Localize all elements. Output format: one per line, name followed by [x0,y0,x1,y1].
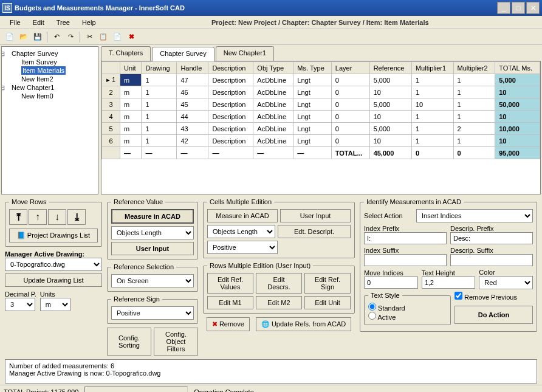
table-cell[interactable]: 0 [331,111,369,123]
table-cell[interactable]: 1 [453,86,495,98]
table-cell[interactable]: 1 [411,86,453,98]
remove-button[interactable]: ✖ Remove [207,317,250,331]
column-header[interactable]: TOTAL Ms. [495,62,540,74]
redo-icon[interactable]: ↷ [64,31,77,43]
table-cell[interactable]: AcDbLine [253,74,293,86]
table-cell[interactable]: Description [208,123,253,135]
config-sorting-button[interactable]: Config. Sorting [107,328,151,356]
select-action-select[interactable]: Insert Indices [416,209,533,222]
cells-objlen-select[interactable]: Objects Length [207,225,275,238]
column-header[interactable]: Multiplier2 [453,62,495,74]
column-header[interactable]: Obj Type [253,62,293,74]
table-cell[interactable]: 1 [411,74,453,86]
table-cell[interactable]: m [120,111,142,123]
table-cell[interactable]: 2 [453,123,495,135]
table-cell[interactable]: 0 [331,98,369,111]
edit-m2-button[interactable]: Edit M2 [256,296,302,309]
cells-measure-button[interactable]: Measure in ACAD [207,209,278,222]
table-row[interactable]: 4m144DescriptionAcDbLineLngt0101110 [102,111,540,123]
data-grid[interactable]: UnitDrawingHandleDescriptionObj TypeMs. … [101,61,541,194]
manager-active-select[interactable]: 0-Topografico.dwg [5,258,102,271]
maximize-button[interactable]: □ [512,2,525,14]
table-cell[interactable]: 1 [453,98,495,111]
table-cell[interactable]: 0 [331,86,369,98]
table-cell[interactable]: Lngt [293,86,331,98]
ref-selection-select[interactable]: On Screen [111,274,194,287]
menu-tree[interactable]: Tree [50,18,76,27]
cells-sign-select[interactable]: Positive [207,241,278,254]
tab-chapters[interactable]: T. Chapters [101,46,151,61]
move-top-button[interactable]: ⤒ [9,209,27,225]
table-cell[interactable]: Description [208,86,253,98]
table-cell[interactable]: 1 [142,111,177,123]
copy-icon[interactable]: 📋 [97,31,109,43]
save-icon[interactable]: 💾 [32,31,44,43]
edit-descrs-button[interactable]: Edit Descrs. [256,273,302,294]
menu-file[interactable]: File [4,18,27,27]
table-cell[interactable]: Lngt [293,111,331,123]
close-button[interactable]: ✕ [526,2,540,14]
edit-m1-button[interactable]: Edit M1 [207,296,253,309]
table-cell[interactable]: 10 [495,111,540,123]
user-input-button[interactable]: User Input [111,242,194,255]
tree-node[interactable]: New Item0 [12,92,95,100]
index-prefix-input[interactable] [364,232,447,244]
table-cell[interactable]: 5 [102,123,120,135]
table-cell[interactable]: ▸ 1 [102,74,120,86]
tree-node[interactable]: Item Materials [12,66,95,75]
remove-previous-check[interactable]: Remove Previous [455,294,517,301]
index-suffix-input[interactable] [364,254,447,266]
measure-acad-button[interactable]: Measure in ACAD [111,209,194,224]
edit-unit-button[interactable]: Edit Unit [304,296,351,309]
delete-icon[interactable]: ✖ [125,31,137,43]
table-cell[interactable]: 43 [177,123,208,135]
table-cell[interactable]: Description [208,135,253,147]
table-cell[interactable]: m [120,86,142,98]
decimal-select[interactable]: 3 [5,298,35,311]
move-bottom-button[interactable]: ⤓ [67,209,86,225]
table-cell[interactable]: 46 [177,86,208,98]
table-cell[interactable]: 47 [177,74,208,86]
table-cell[interactable]: 10 [495,86,540,98]
edit-ref-values-button[interactable]: Edit Ref. Values [207,273,253,294]
table-cell[interactable]: 1 [142,135,177,147]
do-action-button[interactable]: Do Action [455,306,533,324]
table-row[interactable]: ▸ 1m147DescriptionAcDbLineLngt05,000115,… [102,74,540,86]
config-filters-button[interactable]: Config. Object Filters [154,328,198,356]
column-header[interactable]: Drawing [142,62,177,74]
column-header[interactable]: Handle [177,62,208,74]
table-cell[interactable]: Description [208,98,253,111]
desc-suffix-input[interactable] [450,254,533,266]
column-header[interactable]: Layer [331,62,369,74]
table-cell[interactable]: 2 [102,86,120,98]
move-indices-input[interactable] [364,277,418,289]
table-cell[interactable]: Lngt [293,74,331,86]
new-icon[interactable]: 📄 [4,31,16,43]
table-cell[interactable]: 1 [453,135,495,147]
table-cell[interactable]: m [120,135,142,147]
table-cell[interactable]: 50,000 [495,98,540,111]
radio-standard[interactable]: Standard [368,304,405,312]
table-cell[interactable]: 0 [331,135,369,147]
edit-descript-button[interactable]: Edt. Descript. [278,225,351,238]
table-cell[interactable]: 10 [411,98,453,111]
table-cell[interactable]: AcDbLine [253,98,293,111]
table-cell[interactable]: AcDbLine [253,135,293,147]
column-header[interactable] [102,62,120,74]
log-panel[interactable]: Number of added measurements: 6 Manager … [5,359,537,383]
update-drawing-list-button[interactable]: Update Drawing List [5,273,102,287]
table-cell[interactable]: 10,000 [495,123,540,135]
table-cell[interactable]: 1 [453,74,495,86]
table-cell[interactable]: AcDbLine [253,111,293,123]
tab-new-chapter1[interactable]: New Chapter1 [216,46,274,61]
undo-icon[interactable]: ↶ [50,31,63,43]
column-header[interactable]: Reference [369,62,411,74]
table-cell[interactable]: Description [208,111,253,123]
table-cell[interactable]: 1 [142,74,177,86]
table-cell[interactable]: 5,000 [369,98,411,111]
table-cell[interactable]: m [120,98,142,111]
table-cell[interactable]: 0 [331,123,369,135]
column-header[interactable]: Description [208,62,253,74]
table-cell[interactable]: 5,000 [369,74,411,86]
table-cell[interactable]: 1 [411,123,453,135]
